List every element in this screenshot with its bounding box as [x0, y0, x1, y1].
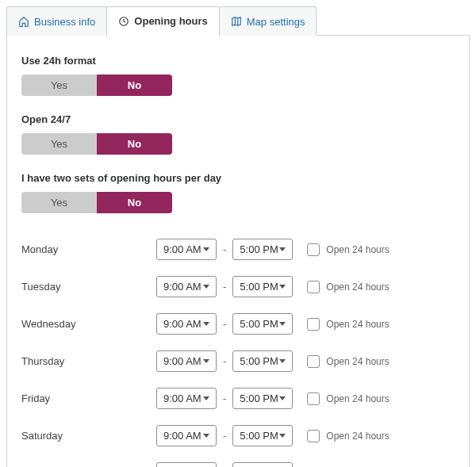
open-time-value: 9:00 AM	[163, 430, 202, 442]
open-24-checkbox[interactable]	[307, 392, 320, 405]
close-time-select[interactable]: 5:00 PM	[232, 388, 293, 409]
open-24-label: Open 24 hours	[326, 393, 389, 404]
time-group: 9:00 AM-5:00 PM	[156, 313, 293, 335]
time-separator: -	[223, 281, 226, 293]
open-time-select[interactable]: 9:00 AM	[156, 462, 217, 467]
time-separator: -	[223, 430, 226, 442]
day-row: Wednesday9:00 AM-5:00 PMOpen 24 hours	[21, 305, 455, 343]
setting-title: Open 24/7	[21, 113, 455, 125]
toggle-open-247[interactable]: Yes No	[21, 133, 172, 155]
open-time-value: 9:00 AM	[163, 318, 202, 330]
open-time-select[interactable]: 9:00 AM	[156, 239, 217, 260]
toggle-two-sets[interactable]: Yes No	[21, 192, 172, 213]
close-time-value: 5:00 PM	[240, 318, 278, 330]
tab-opening-hours[interactable]: Opening hours	[106, 6, 219, 36]
open-24-label: Open 24 hours	[326, 356, 389, 367]
open-24-label: Open 24 hours	[326, 244, 389, 255]
tab-label: Map settings	[247, 16, 305, 28]
open-24-checkbox[interactable]	[307, 243, 320, 256]
close-time-value: 5:00 PM	[240, 392, 278, 404]
chevron-down-icon	[203, 359, 209, 363]
day-name: Wednesday	[21, 318, 156, 330]
setting-two-sets: I have two sets of opening hours per day…	[21, 172, 455, 213]
tab-label: Business info	[34, 16, 95, 28]
day-row: Saturday9:00 AM-5:00 PMOpen 24 hours	[21, 417, 455, 454]
day-row: Friday9:00 AM-5:00 PMOpen 24 hours	[21, 380, 455, 417]
open-24-checkbox[interactable]	[307, 318, 320, 331]
close-time-value: 5:00 PM	[240, 243, 278, 255]
close-time-value: 5:00 PM	[240, 281, 278, 293]
day-row: Sunday9:00 AM-5:00 PMOpen 24 hours	[21, 454, 455, 467]
time-group: 9:00 AM-5:00 PM	[156, 388, 293, 409]
open-24-label: Open 24 hours	[326, 281, 389, 293]
chevron-down-icon	[203, 322, 209, 326]
toggle-yes[interactable]: Yes	[21, 192, 97, 213]
open-24-label: Open 24 hours	[326, 319, 389, 330]
tab-label: Opening hours	[134, 15, 207, 27]
chevron-down-icon	[279, 247, 286, 251]
open-24-group: Open 24 hours	[307, 318, 389, 331]
open-24-group: Open 24 hours	[307, 355, 389, 368]
time-group: 9:00 AM-5:00 PM	[156, 276, 293, 297]
open-time-value: 9:00 AM	[163, 392, 202, 404]
day-name: Tuesday	[21, 281, 156, 293]
open-time-select[interactable]: 9:00 AM	[156, 388, 217, 409]
chevron-down-icon	[203, 247, 209, 251]
tabs: Business info Opening hours Map settings	[6, 6, 470, 36]
days-list: Monday9:00 AM-5:00 PMOpen 24 hoursTuesda…	[21, 231, 455, 467]
toggle-yes[interactable]: Yes	[21, 133, 97, 155]
setting-use-24h: Use 24h format Yes No	[21, 55, 455, 96]
close-time-select[interactable]: 5:00 PM	[232, 276, 293, 297]
time-separator: -	[223, 318, 226, 330]
setting-title: I have two sets of opening hours per day	[21, 172, 455, 184]
toggle-no[interactable]: No	[97, 75, 172, 96]
toggle-yes[interactable]: Yes	[21, 75, 97, 96]
tab-map-settings[interactable]: Map settings	[219, 6, 317, 36]
day-row: Thursday9:00 AM-5:00 PMOpen 24 hours	[21, 343, 455, 380]
day-row: Tuesday9:00 AM-5:00 PMOpen 24 hours	[21, 268, 455, 305]
open-24-group: Open 24 hours	[307, 430, 389, 442]
close-time-select[interactable]: 5:00 PM	[232, 350, 293, 372]
close-time-value: 5:00 PM	[240, 355, 278, 367]
close-time-select[interactable]: 5:00 PM	[232, 425, 293, 446]
map-icon	[231, 16, 242, 27]
toggle-use-24h[interactable]: Yes No	[21, 75, 172, 96]
chevron-down-icon	[279, 285, 286, 289]
time-group: 9:00 AM-5:00 PM	[156, 462, 293, 467]
day-name: Thursday	[21, 355, 156, 367]
time-group: 9:00 AM-5:00 PM	[156, 350, 293, 372]
open-time-select[interactable]: 9:00 AM	[156, 350, 217, 372]
day-name: Friday	[21, 392, 156, 404]
close-time-select[interactable]: 5:00 PM	[232, 239, 293, 260]
chevron-down-icon	[279, 359, 286, 363]
day-row: Monday9:00 AM-5:00 PMOpen 24 hours	[21, 231, 455, 268]
close-time-select[interactable]: 5:00 PM	[232, 313, 293, 335]
open-24-label: Open 24 hours	[326, 431, 389, 442]
chevron-down-icon	[203, 396, 209, 400]
time-separator: -	[223, 355, 226, 367]
time-separator: -	[223, 392, 226, 404]
day-name: Monday	[21, 243, 156, 255]
open-24-group: Open 24 hours	[307, 281, 389, 293]
open-24-checkbox[interactable]	[307, 430, 320, 442]
open-24-group: Open 24 hours	[307, 392, 389, 405]
open-time-select[interactable]: 9:00 AM	[156, 313, 217, 335]
toggle-no[interactable]: No	[97, 133, 172, 155]
clock-icon	[118, 16, 129, 27]
open-time-value: 9:00 AM	[163, 355, 202, 367]
time-group: 9:00 AM-5:00 PM	[156, 239, 293, 260]
open-time-select[interactable]: 9:00 AM	[156, 276, 217, 297]
time-group: 9:00 AM-5:00 PM	[156, 425, 293, 446]
chevron-down-icon	[279, 434, 286, 438]
open-24-checkbox[interactable]	[307, 355, 320, 368]
tab-content: Use 24h format Yes No Open 24/7 Yes No I…	[6, 36, 470, 467]
chevron-down-icon	[279, 396, 286, 400]
open-time-select[interactable]: 9:00 AM	[156, 425, 217, 446]
open-24-checkbox[interactable]	[307, 281, 320, 293]
chevron-down-icon	[203, 285, 209, 289]
open-time-value: 9:00 AM	[163, 243, 202, 255]
close-time-select[interactable]: 5:00 PM	[232, 462, 293, 467]
toggle-no[interactable]: No	[97, 192, 172, 213]
tab-business-info[interactable]: Business info	[6, 6, 107, 36]
time-separator: -	[223, 243, 226, 255]
